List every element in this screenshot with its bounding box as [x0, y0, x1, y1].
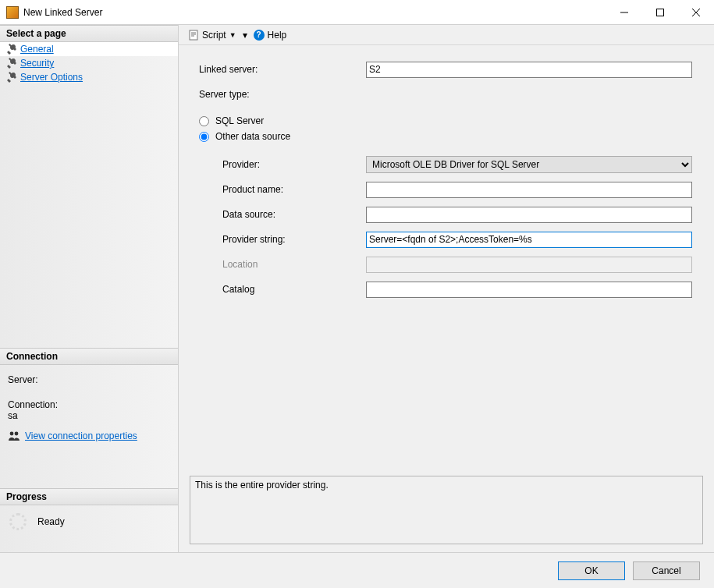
script-label: Script [202, 30, 226, 41]
minimize-button[interactable] [606, 0, 642, 25]
radio-sql-server-label: SQL Server [215, 115, 264, 126]
svg-rect-6 [190, 30, 197, 40]
maximize-button[interactable] [642, 0, 678, 25]
sidebar-item-label: Server Options [20, 72, 83, 83]
window-title: New Linked Server [23, 7, 102, 18]
title-bar: New Linked Server [0, 0, 714, 25]
ok-button[interactable]: OK [558, 561, 625, 580]
sidebar-item-general[interactable]: General [0, 42, 178, 56]
location-label: Location [222, 259, 366, 270]
form-area: Linked server: Server type: SQL Server O… [179, 45, 714, 476]
connection-value: sa [8, 410, 170, 421]
catalog-input[interactable] [366, 282, 692, 298]
hint-box: This is the entire provider string. [190, 476, 703, 544]
svg-rect-1 [657, 9, 664, 16]
view-connection-properties[interactable]: View connection properties [0, 426, 178, 449]
script-button[interactable]: Script ▼ [186, 28, 238, 42]
product-name-input[interactable] [366, 182, 692, 198]
provider-string-label: Provider string: [222, 234, 366, 245]
dialog-footer: OK Cancel [0, 552, 714, 588]
cancel-button[interactable]: Cancel [633, 561, 700, 580]
radio-sql-server[interactable]: SQL Server [199, 115, 700, 126]
sidebar: Select a page General Security Server Op… [0, 25, 179, 552]
provider-combo[interactable]: Microsoft OLE DB Driver for SQL Server [366, 156, 692, 173]
server-label: Server: [8, 374, 170, 385]
app-icon [6, 6, 19, 19]
sidebar-item-server-options[interactable]: Server Options [0, 70, 178, 84]
catalog-label: Catalog [222, 284, 366, 295]
script-icon [188, 30, 199, 41]
server-type-label: Server type: [199, 89, 366, 100]
toolbar: Script ▼ ▾ ? Help [179, 25, 714, 45]
select-page-header: Select a page [0, 25, 178, 42]
data-source-label: Data source: [222, 209, 366, 220]
product-name-label: Product name: [222, 184, 366, 195]
chevron-down-icon: ▼ [229, 31, 236, 39]
progress-row: Ready [0, 505, 178, 537]
hint-text: This is the entire provider string. [195, 480, 329, 491]
progress-spinner-icon [9, 513, 27, 530]
radio-sql-server-input[interactable] [199, 116, 209, 126]
wrench-icon [6, 58, 17, 69]
people-icon [8, 430, 20, 441]
connection-header: Connection [0, 348, 178, 365]
help-label: Help [268, 30, 287, 41]
svg-point-4 [10, 432, 14, 436]
connection-label: Connection: [8, 399, 170, 410]
provider-label: Provider: [222, 159, 366, 170]
help-button[interactable]: ? Help [252, 28, 289, 42]
progress-status: Ready [37, 516, 65, 527]
sidebar-item-label: General [20, 44, 54, 55]
svg-point-5 [15, 432, 19, 436]
radio-other-data-source-input[interactable] [199, 132, 209, 142]
sidebar-item-label: Security [20, 58, 54, 69]
progress-header: Progress [0, 488, 178, 505]
radio-other-data-source[interactable]: Other data source [199, 131, 700, 142]
view-connection-properties-label: View connection properties [25, 430, 137, 441]
wrench-icon [6, 72, 17, 83]
close-button[interactable] [678, 0, 714, 25]
toolbar-separator: ▾ [243, 30, 247, 41]
linked-server-input[interactable] [366, 62, 692, 78]
help-icon: ? [254, 30, 265, 41]
sidebar-item-security[interactable]: Security [0, 56, 178, 70]
data-source-input[interactable] [366, 207, 692, 223]
radio-other-data-source-label: Other data source [215, 131, 290, 142]
connection-info: Server: Connection: sa [0, 365, 178, 426]
linked-server-label: Linked server: [199, 64, 366, 75]
wrench-icon [6, 44, 17, 55]
location-input [366, 257, 692, 273]
main-panel: Script ▼ ▾ ? Help Linked server: Server … [179, 25, 714, 552]
provider-string-input[interactable] [366, 232, 692, 248]
